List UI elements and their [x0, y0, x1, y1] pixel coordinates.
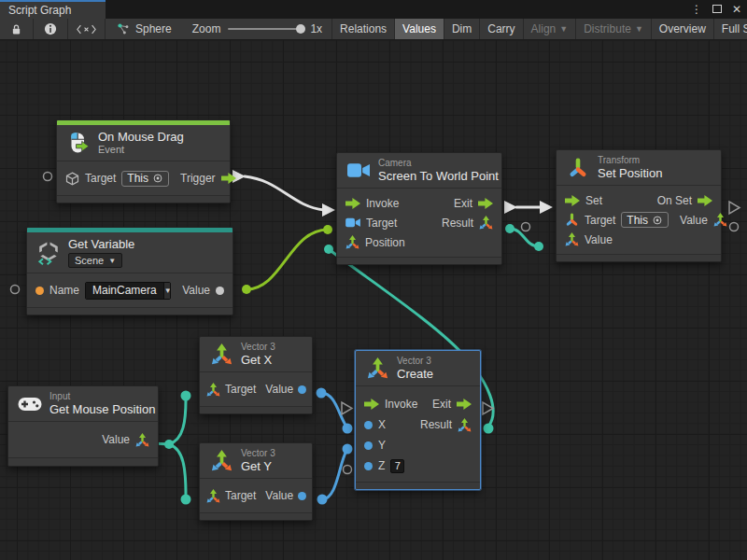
node-set-position[interactable]: Transform Set Position Set On Set Target… — [556, 149, 722, 262]
vector3-icon — [713, 213, 727, 227]
flow-arrow-icon — [345, 197, 360, 210]
port-label-y: Y — [378, 439, 386, 452]
port-gety-target[interactable] — [181, 495, 191, 505]
node-title: Screen To World Point — [378, 169, 492, 183]
target-this-chip[interactable]: This — [621, 212, 669, 228]
port-getx-target[interactable] — [181, 391, 191, 401]
node-on-mouse-drag[interactable]: On Mouse Drag Event Target This Trigger — [56, 119, 231, 203]
lock-button[interactable] — [0, 19, 34, 39]
vector3-icon — [135, 433, 149, 447]
node-category: Camera — [378, 158, 492, 169]
info-icon — [44, 22, 57, 35]
z-value-field[interactable]: 7 — [390, 459, 404, 473]
node-category: Vector 3 — [241, 342, 275, 353]
vector3-icon — [345, 235, 359, 249]
node-title: Create — [397, 367, 433, 381]
transform-icon — [566, 158, 590, 178]
node-title: Get X — [241, 353, 275, 367]
zoom-label: Zoom — [192, 22, 221, 35]
port-camera-position[interactable] — [324, 245, 333, 254]
vector3-icon — [365, 357, 389, 379]
port-label-exit: Exit — [432, 398, 451, 411]
port-create-y[interactable] — [343, 444, 353, 455]
close-icon[interactable]: ✕ — [732, 4, 741, 15]
port-label-value: Value — [265, 489, 293, 502]
object-picker-icon — [152, 173, 163, 184]
menu-icon[interactable]: ⋮ — [691, 4, 702, 15]
distribute-button[interactable]: Distribute▼ — [576, 19, 652, 39]
node-get-x[interactable]: Vector 3 Get X Target Value — [199, 336, 313, 414]
float-port-dot[interactable] — [364, 441, 373, 450]
float-port-dot[interactable] — [364, 462, 373, 470]
code-view-button[interactable] — [68, 19, 106, 39]
flow-arrow-icon — [457, 398, 472, 411]
node-screen-to-world-point[interactable]: Camera Screen To World Point Invoke Exit… — [336, 152, 502, 265]
node-category: Transform — [598, 155, 662, 166]
zoom-slider-handle[interactable] — [296, 24, 305, 34]
chevron-down-icon: ▼ — [635, 24, 643, 34]
vector3-icon — [206, 383, 220, 397]
port-create-result[interactable] — [484, 424, 494, 434]
port-getx-value[interactable] — [317, 388, 327, 399]
port-variable-value[interactable] — [242, 285, 251, 294]
node-title: On Mouse Drag — [98, 130, 184, 144]
object-port-dot[interactable] — [216, 287, 224, 295]
unity-variable-icon — [36, 241, 61, 265]
port-gety-value[interactable] — [317, 495, 328, 505]
tab-script-graph[interactable]: Script Graph — [0, 0, 106, 19]
node-footer — [27, 307, 233, 315]
node-get-mouse-position[interactable]: Input Get Mouse Position Value — [7, 385, 159, 467]
vector3-icon — [479, 216, 493, 230]
carry-button[interactable]: Carry — [480, 19, 523, 39]
node-title: Get Mouse Position — [49, 402, 148, 416]
variable-scope-dropdown[interactable]: Scene ▼ — [68, 253, 122, 268]
port-camera-result[interactable] — [505, 224, 514, 233]
float-port-dot[interactable] — [364, 421, 373, 429]
flow-arrow-icon — [698, 194, 712, 207]
dim-button[interactable]: Dim — [444, 19, 480, 39]
port-label-position: Position — [365, 236, 405, 249]
port-label-on-set: On Set — [657, 194, 692, 207]
port-label-trigger: Trigger — [180, 172, 216, 185]
flow-arrow-icon — [221, 172, 236, 185]
node-create-vector3[interactable]: Vector 3 Create Invoke Exit X Result Y Z… — [355, 350, 481, 490]
port-label-value-in: Value — [585, 233, 613, 246]
port-label-invoke: Invoke — [366, 197, 399, 210]
vector3-icon — [565, 232, 579, 246]
port-mouse-value[interactable] — [164, 440, 174, 449]
float-port-dot[interactable] — [298, 385, 306, 394]
flow-arrow-icon — [565, 194, 580, 207]
chevron-down-icon: ▼ — [559, 24, 568, 34]
values-button[interactable]: Values — [395, 19, 444, 39]
node-get-y[interactable]: Vector 3 Get Y Target Value — [199, 442, 313, 521]
zoom-slider[interactable] — [228, 28, 303, 30]
info-button[interactable] — [34, 19, 68, 39]
port-camera-target[interactable] — [323, 225, 332, 234]
node-category: Vector 3 — [397, 356, 433, 367]
graph-breadcrumb[interactable]: Sphere — [106, 19, 183, 39]
maximize-icon[interactable] — [712, 4, 722, 15]
port-create-x[interactable] — [343, 424, 353, 434]
port-label-result: Result — [442, 217, 473, 230]
overview-button[interactable]: Overview — [652, 19, 714, 39]
align-button[interactable]: Align▼ — [524, 19, 577, 39]
float-port-dot[interactable] — [298, 492, 306, 500]
relations-button[interactable]: Relations — [331, 19, 395, 39]
transform-port-icon — [565, 213, 579, 227]
port-label-set: Set — [585, 194, 602, 207]
port-label-result: Result — [420, 418, 452, 431]
node-footer — [8, 457, 158, 466]
object-picker-icon — [652, 215, 663, 226]
code-icon — [77, 24, 96, 35]
vector3-icon — [209, 450, 233, 471]
variable-name-dropdown[interactable]: MainCamera ▼ — [85, 282, 171, 300]
full-screen-button[interactable]: Full Screen — [714, 19, 747, 39]
string-port-dot[interactable] — [35, 287, 44, 295]
port-setposition-value[interactable] — [534, 242, 543, 251]
target-this-chip[interactable]: This — [121, 171, 169, 187]
node-get-variable[interactable]: Get Variable Scene ▼ Name MainCamera ▼ V… — [26, 227, 233, 315]
node-title: Set Position — [598, 166, 662, 180]
zoom-value: 1x — [310, 22, 322, 35]
node-category: Input — [49, 391, 148, 402]
port-label-invoke: Invoke — [385, 398, 417, 411]
